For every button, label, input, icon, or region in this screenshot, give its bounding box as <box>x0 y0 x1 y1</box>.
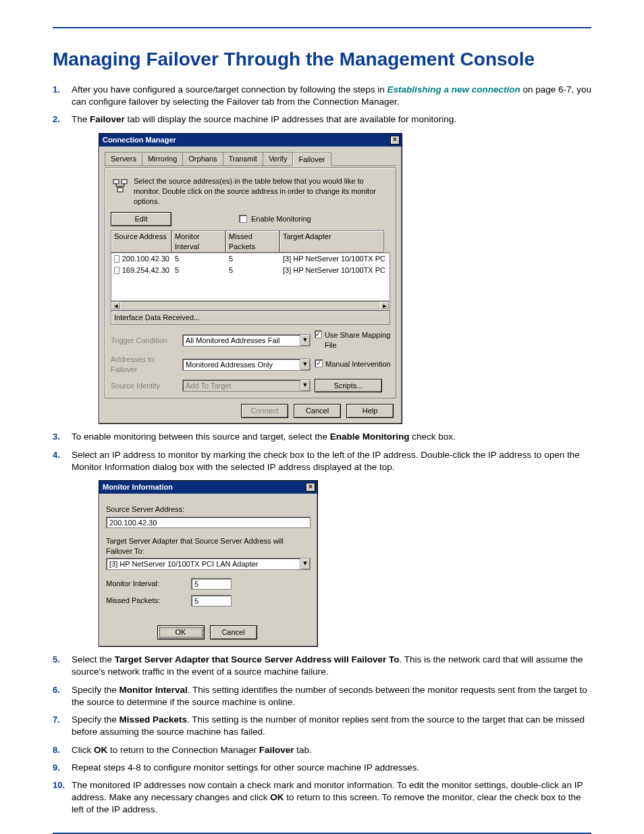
top-rule <box>53 27 591 28</box>
step-3-c: check box. <box>409 432 455 442</box>
trigger-condition-combo[interactable]: All Monitored Addresses Fail ▼ <box>182 334 311 346</box>
row-mp: 5 <box>226 253 280 265</box>
row-mi: 5 <box>172 265 226 276</box>
manual-intervention-label: Manual Intervention <box>325 359 391 369</box>
step-2-c: tab will display the source machine IP a… <box>125 114 456 124</box>
step-4: Select an IP address to monitor by marki… <box>53 449 591 648</box>
missed-packets-label: Missed Packets: <box>106 596 187 606</box>
source-identity-value: Add To Target <box>183 380 300 391</box>
cm-titlebar: Connection Manager × <box>99 134 402 147</box>
help-button[interactable]: Help <box>346 404 394 418</box>
chevron-down-icon[interactable]: ▼ <box>300 558 310 569</box>
source-identity-label: Source Identity <box>111 381 178 391</box>
list-row[interactable]: 200.100.42.30 5 5 [3] HP NetServer 10/10… <box>111 253 390 265</box>
target-adapter-combo[interactable]: [3] HP NetServer 10/100TX PCI LAN Adapte… <box>106 558 311 570</box>
page-title: Managing Failover Through the Management… <box>53 49 591 70</box>
row-checkbox[interactable] <box>114 267 119 274</box>
step-9: Repeat steps 4-8 to configure monitor se… <box>53 762 591 774</box>
tab-verify[interactable]: Verify <box>263 152 294 166</box>
row-checkbox[interactable] <box>114 255 119 263</box>
close-icon[interactable]: × <box>390 136 400 145</box>
tab-transmit[interactable]: Transmit <box>223 152 263 166</box>
svg-rect-2 <box>117 188 123 192</box>
trigger-condition-value: All Monitored Addresses Fail <box>183 335 300 346</box>
step-2-b: Failover <box>90 114 125 124</box>
trigger-condition-label: Trigger Condition <box>111 336 178 346</box>
scripts-button[interactable]: Scripts... <box>315 379 382 393</box>
connection-manager-dialog: Connection Manager × Servers Mirroring O… <box>99 133 402 425</box>
enable-monitoring-label: Enable Monitoring <box>251 214 311 224</box>
horizontal-scrollbar[interactable]: ◄ ► <box>111 301 390 311</box>
cm-tabs: Servers Mirroring Orphans Transmit Verif… <box>105 152 396 167</box>
step-3-b: Enable Monitoring <box>330 432 410 442</box>
use-share-mapping-checkbox[interactable]: ✓ <box>315 330 322 338</box>
step-8-e: tab. <box>294 745 311 755</box>
use-share-mapping-label: Use Share Mapping File <box>325 330 396 350</box>
step-8-c: to return to the Connection Manager <box>107 745 259 755</box>
step-7-b: Missed Packets <box>119 714 188 725</box>
edit-button[interactable]: Edit <box>111 212 171 226</box>
ok-button[interactable]: OK <box>157 625 205 640</box>
svg-rect-1 <box>122 180 127 184</box>
bottom-rule <box>53 833 591 834</box>
tab-mirroring[interactable]: Mirroring <box>142 152 183 166</box>
monitor-interval-label: Monitor Interval: <box>106 579 187 589</box>
chevron-down-icon: ▼ <box>300 380 310 391</box>
monitor-information-dialog: Monitor Information × Source Server Addr… <box>99 480 318 647</box>
col-source-address[interactable]: Source Address <box>111 230 171 253</box>
close-icon[interactable]: × <box>306 483 315 492</box>
col-target-adapter[interactable]: Target Adapter <box>279 230 384 253</box>
step-7-a: Specify the <box>72 714 119 725</box>
target-adapter-value: [3] HP NetServer 10/100TX PCI LAN Adapte… <box>107 558 300 569</box>
row-ta: [3] HP NetServer 10/100TX PC <box>280 265 385 276</box>
step-6-a: Specify the <box>72 685 119 695</box>
step-2: The Failover tab will display the source… <box>53 113 591 424</box>
step-8-d: Failover <box>259 745 294 755</box>
steps-list: After you have configured a source/targe… <box>53 84 591 816</box>
row-addr: 169.254.42.30 <box>122 265 169 276</box>
cm-instruction: Select the source address(es) in the tab… <box>134 176 389 207</box>
connect-button: Connect <box>241 404 288 418</box>
monitor-interval-field[interactable]: 5 <box>191 578 232 590</box>
manual-intervention-checkbox[interactable]: ✓ <box>315 359 323 367</box>
step-5-b: Target Server Adapter that Source Server… <box>115 654 400 664</box>
status-bar: Interface Data Received... <box>111 311 390 325</box>
link-establishing[interactable]: Establishing a new connection <box>387 84 520 95</box>
step-5-a: Select the <box>72 654 115 664</box>
step-9-text: Repeat steps 4-8 to configure monitor se… <box>72 762 419 773</box>
addresses-to-failover-label: Addresses to Failover <box>111 355 178 375</box>
step-3: To enable monitoring between this source… <box>53 431 591 443</box>
step-3-a: To enable monitoring between this source… <box>72 432 330 442</box>
mi-title: Monitor Information <box>103 482 173 492</box>
list-row[interactable]: 169.254.42.30 5 5 [3] HP NetServer 10/10… <box>111 265 390 276</box>
tab-orphans[interactable]: Orphans <box>182 152 223 166</box>
network-icon <box>112 176 128 195</box>
step-8-b: OK <box>94 745 107 755</box>
scroll-right-icon[interactable]: ► <box>380 302 390 310</box>
cancel-button[interactable]: Cancel <box>294 404 341 418</box>
cancel-button[interactable]: Cancel <box>210 625 257 640</box>
addresses-to-failover-combo[interactable]: Monitored Addresses Only ▼ <box>182 359 311 371</box>
step-4-text: Select an IP address to monitor by marki… <box>72 450 580 472</box>
tab-failover[interactable]: Failover <box>292 153 331 167</box>
mi-titlebar: Monitor Information × <box>99 481 317 494</box>
step-6: Specify the Monitor Interval. This setti… <box>53 684 591 708</box>
scroll-left-icon[interactable]: ◄ <box>111 302 121 310</box>
chevron-down-icon[interactable]: ▼ <box>300 335 310 346</box>
col-missed-packets[interactable]: Missed Packets <box>225 230 279 253</box>
step-1-text-a: After you have configured a source/targe… <box>72 84 387 95</box>
tab-servers[interactable]: Servers <box>105 152 142 166</box>
source-server-address-label: Source Server Address: <box>106 504 311 515</box>
col-monitor-interval[interactable]: Monitor Interval <box>171 230 225 253</box>
chevron-down-icon[interactable]: ▼ <box>300 359 310 370</box>
source-identity-combo: Add To Target ▼ <box>182 380 311 392</box>
missed-packets-field[interactable]: 5 <box>191 595 232 606</box>
enable-monitoring-checkbox[interactable] <box>239 215 247 223</box>
step-10-b: OK <box>270 792 284 802</box>
address-list: 200.100.42.30 5 5 [3] HP NetServer 10/10… <box>111 253 390 301</box>
step-5: Select the Target Server Adapter that So… <box>53 654 591 678</box>
step-1: After you have configured a source/targe… <box>53 84 591 108</box>
row-mi: 5 <box>172 253 226 265</box>
step-6-b: Monitor Interval <box>119 685 188 695</box>
source-server-address-field[interactable]: 200.100.42.30 <box>106 517 311 528</box>
